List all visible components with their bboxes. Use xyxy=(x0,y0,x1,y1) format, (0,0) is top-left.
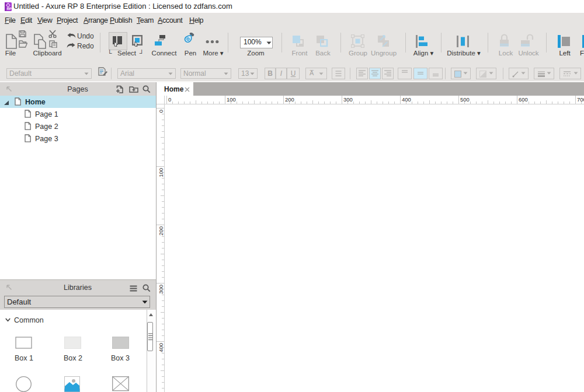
svg-text:700: 700 xyxy=(577,96,584,103)
svg-text:200: 200 xyxy=(285,96,294,103)
svg-text:400: 400 xyxy=(402,96,411,103)
svg-text:0: 0 xyxy=(158,110,164,113)
svg-text:0: 0 xyxy=(168,96,171,103)
svg-text:100: 100 xyxy=(227,96,236,103)
svg-text:300: 300 xyxy=(343,96,353,103)
svg-text:500: 500 xyxy=(460,96,470,103)
svg-text:600: 600 xyxy=(519,96,528,103)
svg-text:RP: RP xyxy=(6,7,11,10)
